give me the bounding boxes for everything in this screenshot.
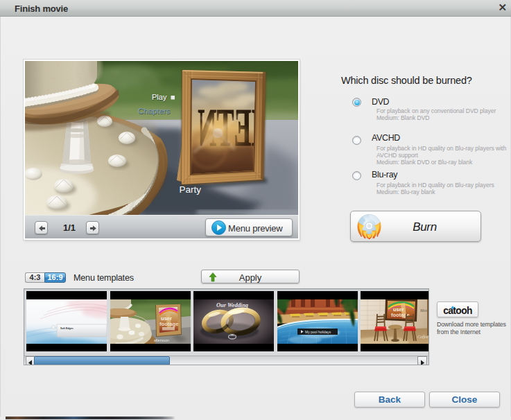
svg-text:footage: footage: [159, 321, 178, 327]
svg-text:Soft Edges: Soft Edges: [60, 327, 73, 330]
svg-text:Coffee and Tea: Coffee and Tea: [417, 335, 429, 339]
svg-text:Our Wedding: Our Wedding: [216, 302, 248, 308]
svg-text:Chapters: Chapters: [138, 107, 171, 115]
svg-text:Mon: Mon: [419, 308, 427, 313]
svg-text:afternoon: afternoon: [154, 338, 169, 342]
svg-text:catooh: catooh: [443, 306, 472, 316]
svg-text:Party: Party: [180, 184, 202, 195]
svg-text:Play: Play: [152, 93, 167, 101]
svg-text:My pool holidays: My pool holidays: [305, 330, 331, 334]
